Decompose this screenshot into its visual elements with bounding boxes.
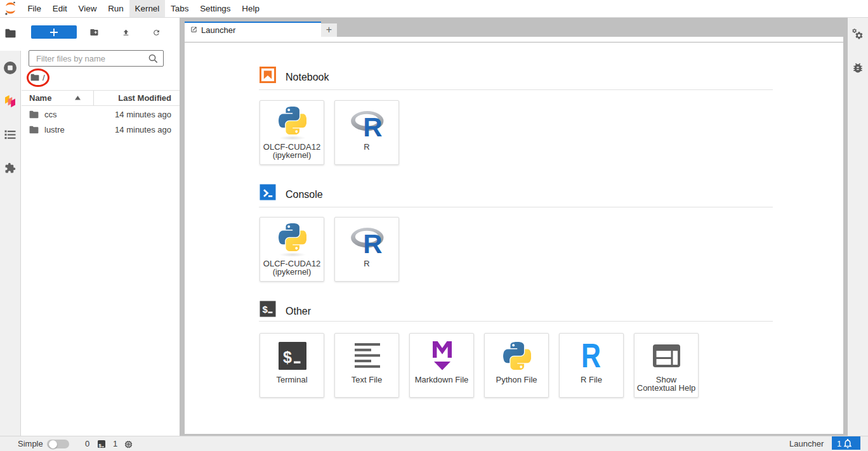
svg-text:$: $	[99, 443, 102, 448]
svg-text:R: R	[581, 342, 601, 369]
svg-text:$: $	[283, 348, 292, 366]
svg-text:$: $	[263, 304, 268, 315]
